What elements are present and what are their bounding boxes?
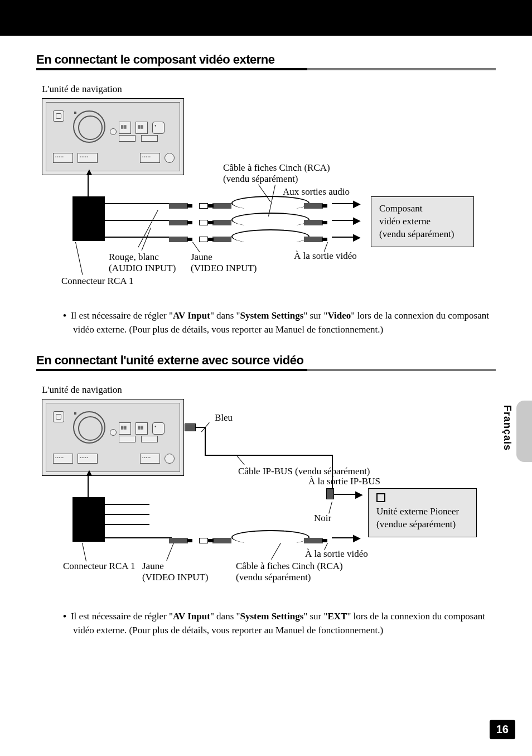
harness-block-1	[72, 196, 105, 241]
s2-m2: " sur "	[303, 611, 327, 622]
s1-m1: " dans "	[210, 310, 240, 321]
ipbus-plug-right	[326, 488, 334, 499]
s1-m2: " sur "	[303, 310, 327, 321]
yellow-label-2: Jaune	[142, 561, 164, 572]
rca-cable-sold-1: (vendu séparément)	[223, 174, 298, 185]
ext-comp-l1: Composant	[379, 203, 466, 215]
rca-conn-label-2: Connecteur RCA 1	[63, 561, 135, 572]
s2-np: Il est nécessaire de régler "	[71, 611, 173, 622]
blue-label: Bleu	[215, 412, 233, 423]
black-label: Noir	[314, 513, 331, 524]
to-video-out-1: À la sortie vidéo	[294, 251, 357, 262]
s2-m1: " dans "	[210, 611, 240, 622]
to-video-out-2: À la sortie vidéo	[305, 548, 368, 560]
s2-b2: System Settings	[240, 611, 303, 622]
ipbus-plug-left	[185, 423, 196, 431]
nav-unit-box-2: ▓▓ ▓▓ ● ▪▪▪▪▪ ▪▪▪▪▪ ▪▪▪▪▪	[42, 399, 184, 476]
rca-cable-label-2: Câble à fiches Cinch (RCA)	[236, 561, 343, 572]
s1-b3: Video	[327, 310, 351, 321]
video-input-label-1: (VIDEO INPUT)	[191, 263, 257, 274]
heading-rule-1	[36, 68, 496, 70]
rca-cable-label-1: Câble à fiches Cinch (RCA)	[223, 162, 330, 174]
to-ipbus-label: À la sortie IP-BUS	[308, 476, 380, 487]
rca-cable-sold-2: (vendu séparément)	[236, 572, 311, 583]
s1-b1: AV Input	[173, 310, 210, 321]
section2-note: •Il est nécessaire de régler "AV Input" …	[63, 610, 496, 637]
yellow-label-1: Jaune	[191, 252, 212, 263]
external-unit-box: Unité externe Pioneer (vendue séparément…	[368, 488, 477, 537]
nav-unit-box-1: ▓▓ ▓▓ ● ▪▪▪▪▪ ▪▪▪▪▪ ▪▪▪▪▪	[42, 98, 184, 175]
harness-block-2	[72, 497, 105, 542]
s2-b1: AV Input	[173, 611, 210, 622]
ext-unit-l2: (vendue séparément)	[376, 518, 468, 531]
red-white-label: Rouge, blanc	[109, 252, 159, 263]
aux-audio-label: Aux sorties audio	[283, 186, 350, 198]
ext-comp-l2: vidéo externe	[379, 215, 466, 228]
section1-heading: En connectant le composant vidéo externe	[36, 52, 496, 73]
language-label: Français	[501, 405, 513, 451]
s1-b2: System Settings	[240, 310, 303, 321]
diagram-1: ▓▓ ▓▓ ● ▪▪▪▪▪ ▪▪▪▪▪ ▪▪▪▪▪ ▲	[42, 98, 496, 299]
ext-unit-l1: Unité externe Pioneer	[376, 505, 468, 518]
heading-rule-2	[36, 369, 496, 371]
page-number: 16	[490, 720, 515, 739]
ipbus-port-icon	[376, 493, 385, 502]
section1-note: •Il est nécessaire de régler "AV Input" …	[63, 309, 496, 336]
section1-heading-text: En connectant le composant vidéo externe	[36, 52, 274, 66]
nav-unit-caption-1: L'unité de navigation	[42, 84, 496, 95]
section2-heading-text: En connectant l'unité externe avec sourc…	[36, 353, 303, 367]
language-tab	[516, 401, 532, 462]
external-component-box: Composant vidéo externe (vendu séparémen…	[371, 196, 474, 247]
diagram-2: ▓▓ ▓▓ ● ▪▪▪▪▪ ▪▪▪▪▪ ▪▪▪▪▪ ▶ Bleu Câble I…	[42, 399, 496, 600]
section2-heading: En connectant l'unité externe avec sourc…	[36, 353, 496, 373]
page-content: En connectant le composant vidéo externe…	[0, 36, 532, 638]
s1-np: Il est nécessaire de régler "	[71, 310, 173, 321]
rca-conn-label-1: Connecteur RCA 1	[61, 276, 133, 287]
nav-unit-caption-2: L'unité de navigation	[42, 384, 496, 396]
s2-b3: EXT	[327, 611, 347, 622]
top-black-bar	[0, 0, 532, 36]
ext-comp-l3: (vendu séparément)	[379, 228, 466, 241]
video-input-label-2: (VIDEO INPUT)	[142, 572, 209, 583]
audio-input-label: (AUDIO INPUT)	[109, 263, 176, 274]
